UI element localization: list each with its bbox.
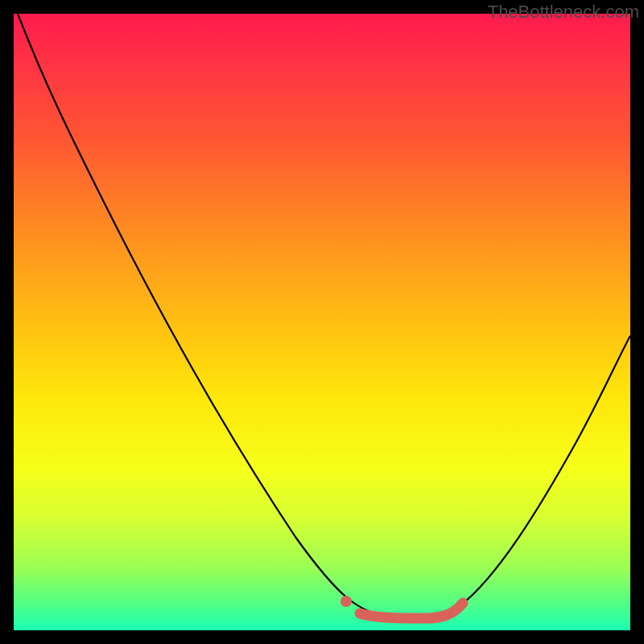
curve-path <box>18 14 630 616</box>
marker-dot <box>341 596 352 607</box>
watermark-text: TheBottleneck.com <box>488 2 639 23</box>
plot-area <box>14 14 630 630</box>
bottleneck-curve <box>14 14 630 630</box>
minimum-marker <box>360 603 463 618</box>
chart-container: TheBottleneck.com <box>0 0 644 644</box>
